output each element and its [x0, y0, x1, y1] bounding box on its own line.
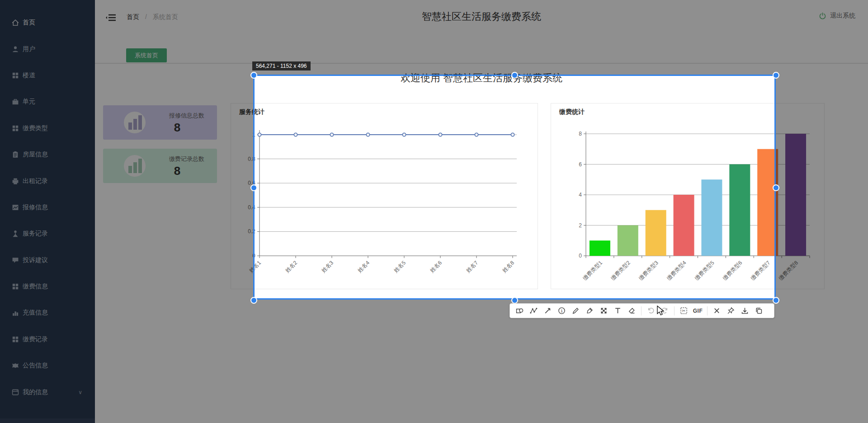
capture-size-label: 564,271 - 1152 x 496 — [252, 61, 311, 70]
pin-icon[interactable] — [724, 304, 738, 318]
bar-chart-icon — [11, 309, 19, 317]
cancel-icon[interactable] — [710, 304, 724, 318]
capture-selection-region[interactable] — [253, 75, 776, 300]
sidebar-item-3[interactable]: 楼道 — [0, 62, 95, 89]
person-icon — [11, 230, 19, 238]
sidebar-item-label: 充值信息 — [23, 309, 48, 317]
sidebar: 首页用户楼道单元缴费类型房屋信息出租记录报修信息服务记录投诉建议缴费信息充值信息… — [0, 0, 95, 423]
sidebar-item-1[interactable]: 首页 — [0, 9, 95, 36]
stat-card-payments: 缴费记录总数 8 — [103, 149, 217, 183]
eraser-tool-icon[interactable] — [625, 304, 639, 318]
number-tool-icon[interactable]: 1 — [555, 304, 569, 318]
selection-handle-left-middle[interactable] — [250, 184, 257, 191]
save-icon[interactable] — [738, 304, 752, 318]
mouse-cursor — [656, 306, 666, 316]
stat-value: 8 — [150, 164, 204, 178]
sidebar-item-label: 我的信息 — [23, 388, 48, 396]
stat-card-repairs: 报修信息总数 8 — [103, 105, 217, 140]
clipboard-icon — [11, 150, 19, 159]
stat-value: 8 — [150, 121, 204, 135]
sidebar-item-6[interactable]: 房屋信息 — [0, 141, 95, 168]
svg-text:1: 1 — [561, 309, 563, 313]
sidebar-item-14[interactable]: 公告信息 — [0, 352, 95, 379]
sidebar-item-5[interactable]: 缴费类型 — [0, 115, 95, 141]
chevron-down-icon: ∨ — [78, 389, 82, 395]
selection-handle-top-right[interactable] — [773, 72, 779, 79]
sidebar-item-label: 出租记录 — [23, 177, 48, 185]
copy-icon[interactable] — [752, 304, 766, 318]
tab-system-home[interactable]: 系统首页 — [126, 48, 167, 62]
sidebar-footer-strip — [0, 418, 95, 423]
sidebar-item-7[interactable]: 出租记录 — [0, 168, 95, 194]
stat-label: 缴费记录总数 — [169, 155, 204, 163]
undo-icon[interactable] — [644, 304, 658, 318]
banner-icon — [11, 362, 19, 370]
crop-tool-icon[interactable]: ✂ — [677, 304, 691, 318]
briefcase-icon — [11, 98, 19, 106]
polyline-tool-icon[interactable] — [527, 304, 541, 318]
sidebar-item-label: 投诉建议 — [23, 256, 48, 264]
toolbar-separator — [674, 306, 675, 315]
sidebar-item-15[interactable]: 我的信息∨ — [0, 379, 95, 405]
bar-chart-icon — [124, 155, 146, 177]
selection-handle-right-middle[interactable] — [773, 184, 779, 191]
bar-chart-icon — [124, 112, 146, 133]
toolbar-separator — [707, 306, 708, 315]
application-window: 首页用户楼道单元缴费类型房屋信息出租记录报修信息服务记录投诉建议缴费信息充值信息… — [0, 0, 868, 423]
text-tool-icon[interactable] — [611, 304, 625, 318]
selection-handle-bottom-left[interactable] — [250, 297, 257, 304]
home-icon — [11, 19, 19, 27]
grid-icon — [11, 124, 19, 132]
sidebar-item-8[interactable]: 报修信息 — [0, 194, 95, 221]
selection-handle-top-left[interactable] — [250, 72, 257, 79]
sidebar-item-label: 公告信息 — [23, 362, 48, 370]
user-icon — [11, 45, 19, 53]
sidebar-item-10[interactable]: 投诉建议 — [0, 247, 95, 273]
grid-icon — [11, 282, 19, 291]
svg-text:缴费类型8: 缴费类型8 — [778, 259, 800, 282]
sidebar-item-11[interactable]: 缴费信息 — [0, 273, 95, 300]
mosaic-tool-icon[interactable] — [597, 304, 611, 318]
logout-button[interactable]: 退出系统 — [819, 12, 855, 20]
app-title: 智慧社区生活服务缴费系统 — [95, 10, 868, 24]
header: 首页 / 系统首页 智慧社区生活服务缴费系统 退出系统 — [95, 0, 868, 39]
sidebar-item-12[interactable]: 充值信息 — [0, 300, 95, 326]
grid-icon — [11, 71, 19, 80]
arrow-tool-icon[interactable] — [541, 304, 555, 318]
sidebar-item-label: 缴费记录 — [23, 335, 48, 343]
stat-label: 报修信息总数 — [169, 112, 204, 120]
gif-tool-icon[interactable]: GIF — [691, 304, 705, 318]
sidebar-item-label: 缴费类型 — [23, 124, 48, 132]
printer-icon — [11, 177, 19, 185]
sidebar-item-label: 服务记录 — [23, 230, 48, 238]
sidebar-item-label: 楼道 — [23, 71, 35, 80]
sidebar-item-label: 房屋信息 — [23, 150, 48, 159]
speech-icon — [11, 256, 19, 264]
selection-handle-top-middle[interactable] — [511, 72, 518, 79]
image-icon — [11, 203, 19, 212]
tab-bar: 系统首页 — [95, 39, 868, 64]
sidebar-item-label: 单元 — [23, 98, 35, 106]
toolbar-separator — [641, 306, 642, 315]
selection-handle-bottom-right[interactable] — [773, 297, 779, 304]
sidebar-item-label: 首页 — [23, 19, 35, 27]
logout-label: 退出系统 — [830, 12, 855, 20]
svg-text:✂: ✂ — [682, 308, 686, 313]
window-icon — [11, 388, 19, 396]
marker-tool-icon[interactable] — [583, 304, 597, 318]
power-icon — [819, 12, 826, 20]
sidebar-item-13[interactable]: 缴费记录 — [0, 326, 95, 352]
sidebar-item-4[interactable]: 单元 — [0, 89, 95, 115]
sidebar-item-label: 用户 — [23, 45, 35, 53]
sidebar-item-9[interactable]: 服务记录 — [0, 221, 95, 247]
sidebar-item-2[interactable]: 用户 — [0, 36, 95, 62]
grid-icon — [11, 335, 19, 343]
capture-toolbar: 1✂GIF — [509, 303, 774, 318]
selection-handle-bottom-middle[interactable] — [511, 297, 518, 304]
pencil-tool-icon[interactable] — [569, 304, 583, 318]
sidebar-item-label: 报修信息 — [23, 203, 48, 212]
shape-tool-icon[interactable] — [513, 304, 527, 318]
sidebar-item-label: 缴费信息 — [23, 282, 48, 291]
